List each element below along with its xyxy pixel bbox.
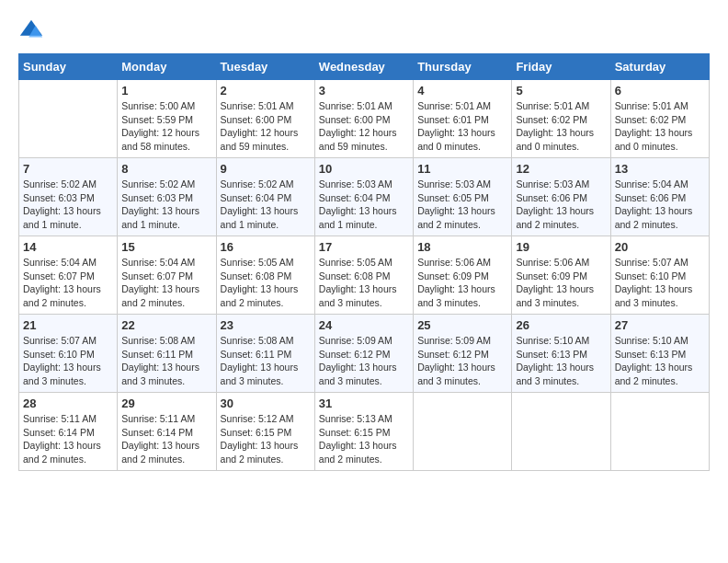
calendar-cell: 12Sunrise: 5:03 AMSunset: 6:06 PMDayligh… bbox=[512, 158, 610, 236]
calendar-cell: 22Sunrise: 5:08 AMSunset: 6:11 PMDayligh… bbox=[118, 315, 216, 393]
day-number: 22 bbox=[121, 318, 211, 332]
day-number: 5 bbox=[516, 84, 606, 98]
day-info: Sunrise: 5:06 AMSunset: 6:09 PMDaylight:… bbox=[417, 256, 507, 310]
day-header: Monday bbox=[118, 54, 216, 80]
calendar-week-row: 1Sunrise: 5:00 AMSunset: 5:59 PMDaylight… bbox=[19, 80, 710, 158]
day-info: Sunrise: 5:01 AMSunset: 6:02 PMDaylight:… bbox=[516, 99, 606, 154]
calendar-cell: 17Sunrise: 5:05 AMSunset: 6:08 PMDayligh… bbox=[314, 236, 413, 315]
day-info: Sunrise: 5:00 AMSunset: 5:59 PMDaylight:… bbox=[121, 99, 211, 154]
day-info: Sunrise: 5:02 AMSunset: 6:04 PMDaylight:… bbox=[221, 178, 311, 232]
day-number: 14 bbox=[23, 240, 113, 254]
day-number: 4 bbox=[417, 84, 507, 98]
calendar-cell: 4Sunrise: 5:01 AMSunset: 6:01 PMDaylight… bbox=[414, 80, 512, 158]
calendar-cell: 8Sunrise: 5:02 AMSunset: 6:03 PMDaylight… bbox=[118, 158, 216, 236]
calendar-header-row: SundayMondayTuesdayWednesdayThursdayFrid… bbox=[19, 54, 710, 80]
day-number: 26 bbox=[516, 318, 606, 332]
calendar-cell: 25Sunrise: 5:09 AMSunset: 6:12 PMDayligh… bbox=[414, 315, 512, 393]
day-header: Wednesday bbox=[314, 54, 413, 80]
day-info: Sunrise: 5:04 AMSunset: 6:07 PMDaylight:… bbox=[23, 256, 113, 310]
day-info: Sunrise: 5:03 AMSunset: 6:04 PMDaylight:… bbox=[319, 178, 409, 232]
calendar-cell bbox=[414, 393, 512, 471]
calendar-cell: 23Sunrise: 5:08 AMSunset: 6:11 PMDayligh… bbox=[216, 315, 314, 393]
calendar-cell: 28Sunrise: 5:11 AMSunset: 6:14 PMDayligh… bbox=[19, 393, 118, 471]
calendar-cell bbox=[512, 393, 610, 471]
calendar-cell: 26Sunrise: 5:10 AMSunset: 6:13 PMDayligh… bbox=[512, 315, 610, 393]
calendar-cell: 13Sunrise: 5:04 AMSunset: 6:06 PMDayligh… bbox=[610, 158, 709, 236]
calendar-cell: 2Sunrise: 5:01 AMSunset: 6:00 PMDaylight… bbox=[216, 80, 314, 158]
day-number: 11 bbox=[417, 162, 507, 176]
calendar-cell bbox=[610, 393, 709, 471]
calendar-week-row: 14Sunrise: 5:04 AMSunset: 6:07 PMDayligh… bbox=[19, 236, 710, 315]
day-info: Sunrise: 5:11 AMSunset: 6:14 PMDaylight:… bbox=[23, 412, 113, 466]
day-number: 30 bbox=[221, 396, 311, 410]
day-header: Friday bbox=[512, 54, 610, 80]
calendar-table: SundayMondayTuesdayWednesdayThursdayFrid… bbox=[18, 53, 710, 471]
calendar-cell: 5Sunrise: 5:01 AMSunset: 6:02 PMDaylight… bbox=[512, 80, 610, 158]
day-header: Tuesday bbox=[216, 54, 314, 80]
calendar-cell: 7Sunrise: 5:02 AMSunset: 6:03 PMDaylight… bbox=[19, 158, 118, 236]
day-info: Sunrise: 5:11 AMSunset: 6:14 PMDaylight:… bbox=[121, 412, 211, 466]
day-number: 19 bbox=[516, 240, 606, 254]
day-info: Sunrise: 5:01 AMSunset: 6:02 PMDaylight:… bbox=[615, 99, 705, 154]
day-number: 23 bbox=[221, 318, 311, 332]
calendar-cell: 1Sunrise: 5:00 AMSunset: 5:59 PMDaylight… bbox=[118, 80, 216, 158]
day-info: Sunrise: 5:01 AMSunset: 6:00 PMDaylight:… bbox=[221, 99, 311, 154]
day-number: 10 bbox=[319, 162, 409, 176]
calendar-cell: 6Sunrise: 5:01 AMSunset: 6:02 PMDaylight… bbox=[610, 80, 709, 158]
calendar-cell: 30Sunrise: 5:12 AMSunset: 6:15 PMDayligh… bbox=[216, 393, 314, 471]
day-number: 6 bbox=[615, 84, 705, 98]
day-info: Sunrise: 5:10 AMSunset: 6:13 PMDaylight:… bbox=[516, 334, 606, 388]
day-info: Sunrise: 5:07 AMSunset: 6:10 PMDaylight:… bbox=[615, 256, 705, 310]
calendar-cell: 16Sunrise: 5:05 AMSunset: 6:08 PMDayligh… bbox=[216, 236, 314, 315]
calendar-week-row: 7Sunrise: 5:02 AMSunset: 6:03 PMDaylight… bbox=[19, 158, 710, 236]
page-header bbox=[18, 18, 710, 44]
day-info: Sunrise: 5:05 AMSunset: 6:08 PMDaylight:… bbox=[221, 256, 311, 310]
day-number: 18 bbox=[417, 240, 507, 254]
day-info: Sunrise: 5:02 AMSunset: 6:03 PMDaylight:… bbox=[23, 178, 113, 232]
day-number: 13 bbox=[615, 162, 705, 176]
day-number: 25 bbox=[417, 318, 507, 332]
day-info: Sunrise: 5:08 AMSunset: 6:11 PMDaylight:… bbox=[121, 334, 211, 388]
calendar-cell: 31Sunrise: 5:13 AMSunset: 6:15 PMDayligh… bbox=[314, 393, 413, 471]
day-info: Sunrise: 5:01 AMSunset: 6:01 PMDaylight:… bbox=[417, 99, 507, 154]
day-number: 16 bbox=[221, 240, 311, 254]
calendar-week-row: 28Sunrise: 5:11 AMSunset: 6:14 PMDayligh… bbox=[19, 393, 710, 471]
day-number: 8 bbox=[121, 162, 211, 176]
day-number: 27 bbox=[615, 318, 705, 332]
day-info: Sunrise: 5:09 AMSunset: 6:12 PMDaylight:… bbox=[319, 334, 409, 388]
calendar-week-row: 21Sunrise: 5:07 AMSunset: 6:10 PMDayligh… bbox=[19, 315, 710, 393]
day-info: Sunrise: 5:04 AMSunset: 6:07 PMDaylight:… bbox=[121, 256, 211, 310]
day-header: Saturday bbox=[610, 54, 709, 80]
day-number: 2 bbox=[221, 84, 311, 98]
day-header: Thursday bbox=[414, 54, 512, 80]
day-number: 17 bbox=[319, 240, 409, 254]
calendar-cell: 11Sunrise: 5:03 AMSunset: 6:05 PMDayligh… bbox=[414, 158, 512, 236]
day-number: 9 bbox=[221, 162, 311, 176]
day-number: 3 bbox=[319, 84, 409, 98]
calendar-cell bbox=[19, 80, 118, 158]
day-info: Sunrise: 5:09 AMSunset: 6:12 PMDaylight:… bbox=[417, 334, 507, 388]
day-number: 21 bbox=[23, 318, 113, 332]
calendar-cell: 19Sunrise: 5:06 AMSunset: 6:09 PMDayligh… bbox=[512, 236, 610, 315]
day-info: Sunrise: 5:01 AMSunset: 6:00 PMDaylight:… bbox=[319, 99, 409, 154]
day-info: Sunrise: 5:07 AMSunset: 6:10 PMDaylight:… bbox=[23, 334, 113, 388]
day-number: 20 bbox=[615, 240, 705, 254]
day-number: 15 bbox=[121, 240, 211, 254]
day-info: Sunrise: 5:06 AMSunset: 6:09 PMDaylight:… bbox=[516, 256, 606, 310]
day-info: Sunrise: 5:13 AMSunset: 6:15 PMDaylight:… bbox=[319, 412, 409, 466]
day-info: Sunrise: 5:04 AMSunset: 6:06 PMDaylight:… bbox=[615, 178, 705, 232]
calendar-cell: 15Sunrise: 5:04 AMSunset: 6:07 PMDayligh… bbox=[118, 236, 216, 315]
day-number: 31 bbox=[319, 396, 409, 410]
calendar-cell: 24Sunrise: 5:09 AMSunset: 6:12 PMDayligh… bbox=[314, 315, 413, 393]
calendar-cell: 3Sunrise: 5:01 AMSunset: 6:00 PMDaylight… bbox=[314, 80, 413, 158]
day-number: 24 bbox=[319, 318, 409, 332]
day-header: Sunday bbox=[19, 54, 118, 80]
day-number: 1 bbox=[121, 84, 211, 98]
day-info: Sunrise: 5:03 AMSunset: 6:06 PMDaylight:… bbox=[516, 178, 606, 232]
day-number: 12 bbox=[516, 162, 606, 176]
calendar-cell: 14Sunrise: 5:04 AMSunset: 6:07 PMDayligh… bbox=[19, 236, 118, 315]
day-info: Sunrise: 5:02 AMSunset: 6:03 PMDaylight:… bbox=[121, 178, 211, 232]
day-number: 7 bbox=[23, 162, 113, 176]
calendar-cell: 18Sunrise: 5:06 AMSunset: 6:09 PMDayligh… bbox=[414, 236, 512, 315]
day-info: Sunrise: 5:08 AMSunset: 6:11 PMDaylight:… bbox=[221, 334, 311, 388]
